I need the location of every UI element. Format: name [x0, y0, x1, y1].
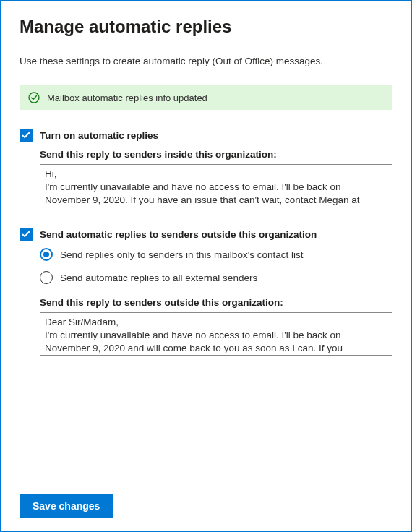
outside-enable-checkbox[interactable] [20, 228, 33, 241]
turn-on-checkbox-row: Turn on automatic replies [20, 129, 392, 142]
success-notification: Mailbox automatic replies info updated [20, 85, 392, 110]
outside-enable-checkbox-row: Send automatic replies to senders outsid… [20, 228, 392, 241]
radio-contacts-only-row: Send replies only to senders in this mai… [40, 248, 392, 261]
turn-on-checkbox[interactable] [20, 129, 33, 142]
inside-reply-label: Send this reply to senders inside this o… [40, 149, 392, 160]
save-changes-button[interactable]: Save changes [20, 494, 113, 518]
success-text: Mailbox automatic replies info updated [47, 93, 207, 103]
success-check-icon [28, 92, 40, 103]
radio-contacts-only[interactable] [40, 248, 53, 261]
inside-reply-textarea[interactable]: Hi,I'm currently unavailable and have no… [40, 164, 392, 207]
radio-contacts-only-label: Send replies only to senders in this mai… [60, 249, 304, 260]
outside-reply-textarea[interactable]: Dear Sir/Madam,I'm currently unavailable… [40, 312, 392, 356]
radio-all-external-label: Send automatic replies to all external s… [60, 273, 257, 283]
description-text: Use these settings to create automatic r… [20, 56, 392, 66]
page-title: Manage automatic replies [20, 17, 392, 37]
outside-enable-label: Send automatic replies to senders outsid… [40, 229, 317, 240]
turn-on-label: Turn on automatic replies [40, 130, 158, 141]
radio-all-external[interactable] [40, 271, 53, 284]
radio-all-external-row: Send automatic replies to all external s… [40, 271, 392, 284]
outside-reply-label: Send this reply to senders outside this … [40, 297, 392, 308]
svg-point-0 [29, 93, 39, 103]
